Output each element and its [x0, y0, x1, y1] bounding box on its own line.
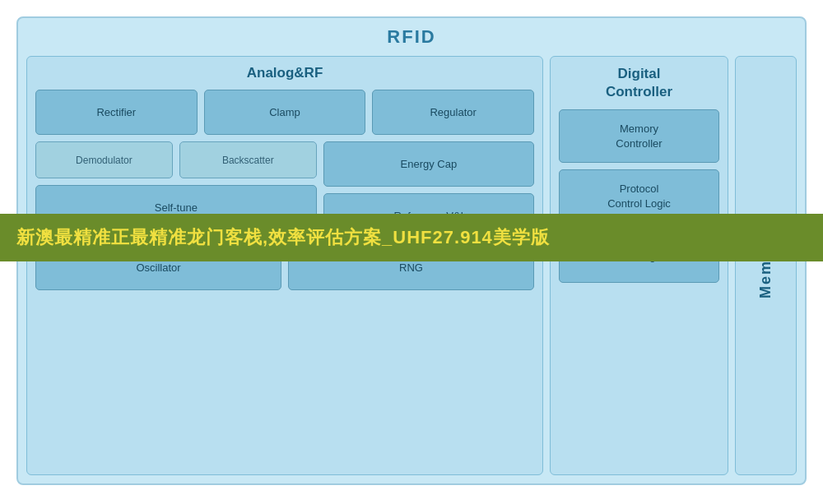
clamp-block: Clamp — [204, 90, 366, 135]
energy-cap-block: Energy Cap — [323, 141, 534, 187]
memory-controller-block: MemoryController — [559, 109, 719, 163]
banner-text: 新澳最精准正最精准龙门客栈,效率评估方案_UHF27.914美学版 — [16, 227, 550, 247]
backscatter-block: Backscatter — [179, 141, 317, 178]
digital-section: DigitalController MemoryController Proto… — [550, 56, 797, 475]
digital-controller-title: DigitalController — [559, 65, 719, 101]
regulator-block: Regulator — [372, 90, 534, 135]
analog-title: Analog&RF — [35, 65, 534, 81]
analog-section: Analog&RF Rectifier Clamp Regulator Demo… — [26, 56, 543, 475]
rfid-title: RFID — [387, 26, 435, 48]
analog-top-row: Rectifier Clamp Regulator — [35, 90, 534, 135]
memory-section: Memory — [735, 56, 797, 475]
rectifier-block: Rectifier — [35, 90, 198, 135]
main-content: Analog&RF Rectifier Clamp Regulator Demo… — [26, 56, 797, 475]
demodulator-block: Demodulator — [35, 141, 173, 178]
digital-controller-section: DigitalController MemoryController Proto… — [550, 56, 728, 475]
banner: 新澳最精准正最精准龙门客栈,效率评估方案_UHF27.914美学版 — [0, 214, 823, 261]
demod-backscatter-row: Demodulator Backscatter — [35, 141, 317, 178]
